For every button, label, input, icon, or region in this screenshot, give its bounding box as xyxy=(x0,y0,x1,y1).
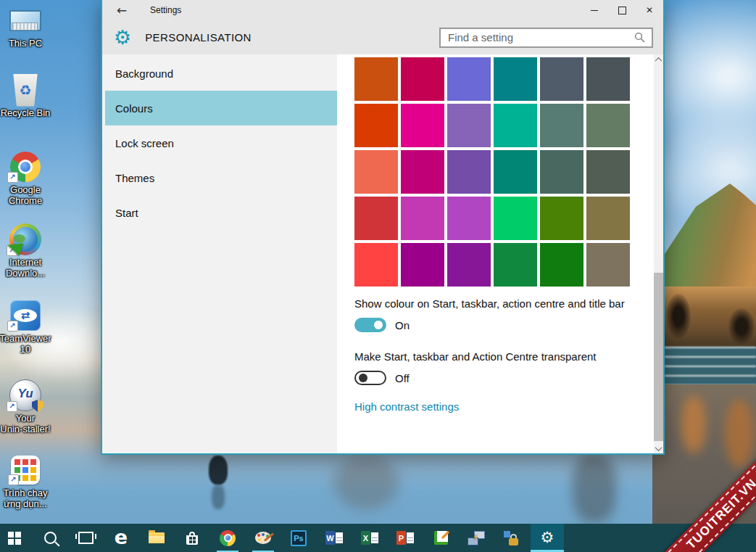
start-button[interactable] xyxy=(0,524,31,552)
store-bag-icon xyxy=(186,535,198,545)
desktop-icon-label: Internet xyxy=(0,257,56,268)
titlebar[interactable]: ← Settings ✕ xyxy=(102,0,663,20)
sidebar-item-colours[interactable]: Colours xyxy=(105,91,337,125)
desktop-icon-this-pc[interactable]: This PC xyxy=(0,3,56,49)
search-box[interactable] xyxy=(439,28,653,48)
accent-colour-swatch[interactable] xyxy=(447,197,491,240)
accent-colour-swatch[interactable] xyxy=(586,104,630,147)
accent-colour-swatch[interactable] xyxy=(586,197,630,240)
desktop-icon-recycle-bin[interactable]: ♻ Recycle Bin xyxy=(0,73,56,118)
person-silhouette xyxy=(209,456,228,485)
taskbar-search-button[interactable] xyxy=(33,524,67,552)
window-title: Settings xyxy=(150,5,181,15)
accent-colour-swatch[interactable] xyxy=(494,243,537,287)
taskbar-notes-button[interactable] xyxy=(424,524,457,552)
desktop-icon-internet-download-manager[interactable]: ↗ Internet Downlo... xyxy=(0,222,56,279)
accent-colour-swatch[interactable] xyxy=(354,57,398,101)
accent-colour-swatch[interactable] xyxy=(401,243,444,287)
minimize-icon xyxy=(591,10,598,11)
show-colour-toggle[interactable] xyxy=(354,318,386,332)
accent-colour-swatch[interactable] xyxy=(401,197,444,240)
excel-icon: X xyxy=(361,531,378,545)
rock-arch xyxy=(728,308,755,345)
sidebar-item-themes[interactable]: Themes xyxy=(105,160,337,195)
accent-colour-swatch[interactable] xyxy=(354,104,398,147)
accent-colour-swatch[interactable] xyxy=(354,197,398,240)
shortcut-arrow-icon: ↗ xyxy=(7,401,17,412)
taskbar-settings-button[interactable]: ⚙ xyxy=(531,524,564,552)
taskbar-powerpoint-button[interactable]: P xyxy=(389,524,422,552)
high-contrast-settings-link[interactable]: High contrast settings xyxy=(354,400,459,413)
desktop-icon-label: 10 xyxy=(0,344,56,355)
taskbar-paint-button[interactable] xyxy=(246,524,280,552)
shortcut-arrow-icon: ↗ xyxy=(7,321,18,331)
idm-icon: ↗ xyxy=(0,222,56,257)
accent-colour-swatch[interactable] xyxy=(401,150,444,194)
windows-logo-icon xyxy=(8,532,21,545)
accent-colour-swatch[interactable] xyxy=(494,57,537,101)
remote-desktop-icon: ⚡ xyxy=(468,531,485,545)
maximize-button[interactable] xyxy=(608,0,636,20)
accent-colour-swatch[interactable] xyxy=(540,150,583,194)
sidebar-item-start[interactable]: Start xyxy=(105,195,337,230)
accent-colour-swatch[interactable] xyxy=(354,150,398,194)
transparent-label: Make Start, taskbar and Action Centre tr… xyxy=(354,350,659,363)
accent-colour-swatch[interactable] xyxy=(401,57,444,101)
accent-colour-swatch[interactable] xyxy=(494,197,537,240)
taskbar-chrome-button[interactable] xyxy=(211,524,244,552)
desktop-icon-label: Chrome xyxy=(0,195,56,206)
accent-colour-swatch[interactable] xyxy=(494,104,537,147)
desktop-icon-label: This PC xyxy=(0,38,56,49)
accent-colour-swatch[interactable] xyxy=(540,197,583,240)
rock-arch xyxy=(666,294,691,339)
paint-palette-icon xyxy=(255,532,271,544)
accent-colour-swatch[interactable] xyxy=(447,150,491,194)
desktop-icon-app-launcher[interactable]: ↗ Trình chạy ứng dụn... xyxy=(0,453,56,509)
accent-colour-swatch[interactable] xyxy=(586,150,630,194)
toggle-knob xyxy=(374,321,383,329)
transparent-toggle[interactable] xyxy=(354,371,386,385)
search-icon[interactable] xyxy=(633,32,647,44)
this-pc-icon xyxy=(0,3,56,38)
taskbar-secure-sync-button[interactable] xyxy=(495,524,528,552)
teamviewer-icon: ⇄ ↗ xyxy=(0,298,56,333)
taskbar-remote-desktop-button[interactable]: ⚡ xyxy=(460,524,493,552)
accent-colour-swatch[interactable] xyxy=(540,57,583,101)
your-uninstaller-icon: Yu ↗ xyxy=(0,378,56,413)
scrollbar-thumb[interactable] xyxy=(654,273,663,441)
chrome-icon xyxy=(220,530,236,546)
vertical-scrollbar[interactable] xyxy=(654,54,663,453)
taskbar-word-button[interactable]: W xyxy=(317,524,351,552)
scroll-up-button[interactable] xyxy=(654,54,663,65)
taskbar-excel-button[interactable]: X xyxy=(353,524,386,552)
taskbar-store-button[interactable] xyxy=(175,524,209,552)
accent-colour-swatch[interactable] xyxy=(447,104,491,147)
desktop-icon-your-uninstaller[interactable]: Yu ↗ Your Unin-staller! xyxy=(0,378,56,434)
powerpoint-icon: P xyxy=(396,531,414,545)
desktop-icon-google-chrome[interactable]: ↗ Google Chrome xyxy=(0,149,56,206)
accent-colour-swatch[interactable] xyxy=(586,57,630,101)
accent-colour-swatch[interactable] xyxy=(447,57,491,101)
taskbar-file-explorer-button[interactable] xyxy=(140,524,173,552)
task-view-button[interactable] xyxy=(69,524,102,552)
close-button[interactable]: ✕ xyxy=(636,0,663,20)
scroll-down-button[interactable] xyxy=(654,443,663,453)
sidebar-item-lock-screen[interactable]: Lock screen xyxy=(105,125,337,160)
search-icon xyxy=(44,532,57,544)
search-input[interactable] xyxy=(441,31,633,44)
accent-colour-swatch[interactable] xyxy=(447,243,491,287)
desktop-icon-teamviewer[interactable]: ⇄ ↗ TeamViewer 10 xyxy=(0,298,56,355)
accent-colour-swatch[interactable] xyxy=(354,243,398,287)
accent-colour-swatch[interactable] xyxy=(494,150,537,194)
accent-colour-swatch[interactable] xyxy=(401,104,444,147)
back-button[interactable]: ← xyxy=(109,0,134,20)
taskbar-photoshop-button[interactable]: Ps xyxy=(282,524,315,552)
taskbar-edge-button[interactable]: e xyxy=(104,524,138,552)
accent-colour-swatch[interactable] xyxy=(540,104,583,147)
minimize-button[interactable] xyxy=(581,0,608,20)
desktop-icon-label: Unin-staller! xyxy=(0,424,56,434)
sidebar-item-background[interactable]: Background xyxy=(105,56,337,91)
accent-colour-swatch[interactable] xyxy=(540,243,583,287)
toggle-state-label: On xyxy=(395,319,410,331)
accent-colour-swatch[interactable] xyxy=(586,243,630,287)
